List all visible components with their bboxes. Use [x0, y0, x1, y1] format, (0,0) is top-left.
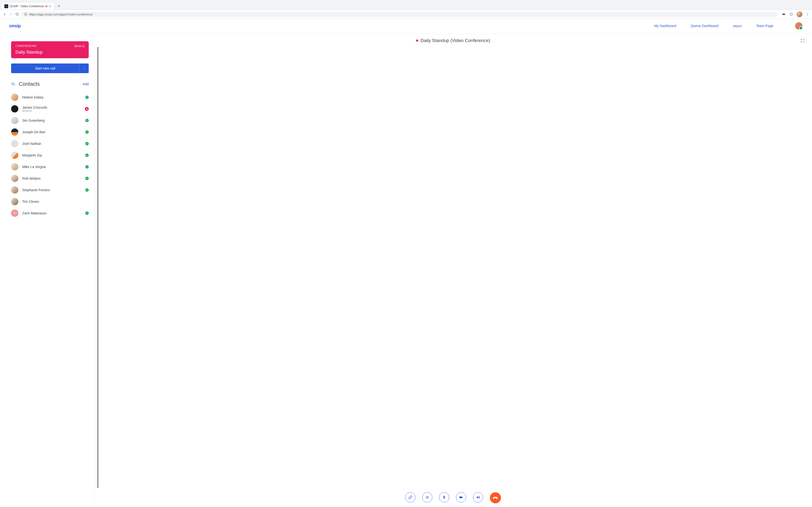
- lock-icon: [24, 13, 27, 16]
- contact-name: Rob Wolpov: [22, 176, 82, 180]
- contact-name: James Criscuolo: [22, 106, 81, 109]
- video-grid: [98, 47, 98, 488]
- nav-dashboard[interactable]: My Dashboard: [654, 24, 676, 28]
- add-contact-button[interactable]: Add: [83, 82, 89, 86]
- contact-row[interactable]: Helene Kidary: [11, 92, 89, 103]
- svg-rect-6: [428, 496, 428, 499]
- contact-name: Joseph De Bari: [22, 130, 82, 134]
- contact-avatar: [11, 128, 18, 136]
- mute-mic-button[interactable]: [439, 492, 449, 502]
- forward-button[interactable]: [9, 12, 13, 16]
- contact-info: Jim Greenberg: [22, 119, 82, 122]
- contact-avatar: [11, 117, 18, 124]
- contact-name: Margaret Joy: [22, 153, 82, 157]
- fullscreen-icon: [800, 38, 805, 43]
- contact-name: Stephanie Fornino: [22, 188, 82, 192]
- contact-avatar: [11, 210, 18, 217]
- contact-row[interactable]: Josh Nathan: [11, 138, 89, 150]
- bookmark-star-icon[interactable]: [789, 12, 793, 16]
- contact-avatar: [11, 175, 18, 182]
- contacts-header: Contacts Add: [11, 81, 89, 87]
- phone-icon: [492, 494, 499, 501]
- speaker-button[interactable]: [473, 492, 483, 502]
- contact-row[interactable]: Joseph De Bari: [11, 126, 89, 138]
- contact-info: Josh Nathan: [22, 142, 82, 146]
- camera-permission-icon[interactable]: [782, 12, 786, 16]
- contact-row[interactable]: Tim Cleves: [11, 196, 89, 207]
- conference-label: CONFERENCING: [15, 45, 84, 47]
- browser-tab[interactable]: □ OnSIP - Video Conference: [2, 3, 54, 10]
- url-bar: https://app.onsip.com/app/#/video-confer…: [0, 10, 812, 18]
- browser-chrome: □ OnSIP - Video Conference + https://app…: [0, 0, 812, 19]
- hangup-button[interactable]: [490, 492, 501, 503]
- svg-point-3: [807, 15, 808, 15]
- video-title: Daily Standup (Video Conference): [420, 38, 490, 43]
- status-available-icon: [85, 212, 89, 215]
- app-header: onsip My Dashboard Queue Dashboard sayso…: [0, 19, 812, 34]
- tab-bar: □ OnSIP - Video Conference +: [0, 0, 812, 10]
- main-content: Daily Standup (Video Conference): [94, 34, 812, 507]
- nav-sayso[interactable]: sayso: [733, 24, 742, 28]
- conference-timer: 00:02:21: [74, 45, 85, 48]
- sidebar: CONFERENCING 00:02:21 Daily Standup Star…: [0, 34, 94, 507]
- start-call-button[interactable]: Start new call: [11, 63, 79, 73]
- contact-row[interactable]: Mike La Vorgna: [11, 161, 89, 173]
- contact-avatar: [11, 152, 18, 159]
- contact-row[interactable]: Stephanie Fornino: [11, 184, 89, 196]
- svg-rect-0: [782, 13, 784, 15]
- svg-rect-7: [444, 496, 445, 498]
- contact-avatar: [11, 94, 18, 101]
- nav-team[interactable]: Team Page: [756, 24, 773, 28]
- toggle-video-button[interactable]: [456, 492, 466, 502]
- active-conference-card[interactable]: CONFERENCING 00:02:21 Daily Standup: [11, 41, 89, 58]
- contact-name: Zach Matarasso: [22, 211, 82, 215]
- contact-avatar: [11, 140, 18, 147]
- svg-rect-8: [459, 496, 462, 498]
- chrome-menu-icon[interactable]: [806, 12, 810, 16]
- contact-row[interactable]: Rob Wolpov: [11, 173, 89, 184]
- user-avatar[interactable]: [795, 22, 802, 30]
- conference-title: Daily Standup: [15, 50, 84, 55]
- contact-row[interactable]: Jim Greenberg: [11, 115, 89, 126]
- svg-point-4: [12, 82, 14, 85]
- svg-rect-5: [426, 496, 427, 499]
- contact-avatar: [11, 186, 18, 193]
- start-call-dropdown[interactable]: [79, 63, 89, 73]
- contact-info: Zach Matarasso: [22, 211, 82, 215]
- contact-name: Tim Cleves: [22, 200, 89, 204]
- contact-avatar: [11, 105, 18, 113]
- pause-button[interactable]: [422, 492, 433, 502]
- chrome-profile-avatar[interactable]: [797, 11, 802, 17]
- contact-name: Josh Nathan: [22, 142, 82, 146]
- contact-name: Jim Greenberg: [22, 119, 82, 122]
- status-available-icon: [85, 142, 89, 145]
- tab-title: OnSIP - Video Conference: [10, 5, 44, 8]
- contact-info: Joseph De Bari: [22, 130, 82, 134]
- reload-button[interactable]: [15, 12, 19, 16]
- contacts-title: Contacts: [19, 81, 40, 87]
- nav-queue[interactable]: Queue Dashboard: [691, 24, 718, 28]
- close-tab-icon[interactable]: [49, 5, 51, 7]
- contact-row[interactable]: Margaret Joy: [11, 150, 89, 161]
- address-bar[interactable]: https://app.onsip.com/app/#/video-confer…: [21, 12, 778, 17]
- microphone-icon: [442, 495, 446, 500]
- chevron-down-icon: [83, 67, 86, 70]
- status-available-icon: [85, 188, 89, 192]
- video-camera-icon: [459, 495, 463, 500]
- status-available-icon: [85, 154, 89, 157]
- fullscreen-button[interactable]: [800, 38, 805, 44]
- contact-row[interactable]: Zach Matarasso: [11, 207, 89, 219]
- contact-info: Mike La Vorgna: [22, 165, 82, 169]
- call-controls: [94, 488, 812, 507]
- copy-link-button[interactable]: [405, 492, 415, 502]
- pause-icon: [425, 495, 429, 500]
- search-icon[interactable]: [11, 82, 15, 86]
- logo[interactable]: onsip: [9, 23, 21, 29]
- back-button[interactable]: [2, 12, 7, 16]
- status-calling-icon: [85, 107, 89, 111]
- contact-row[interactable]: James Criscuolo00:00:10: [11, 103, 89, 115]
- header-nav: My Dashboard Queue Dashboard sayso Team …: [654, 22, 802, 30]
- contact-info: James Criscuolo00:00:10: [22, 106, 81, 112]
- new-tab-button[interactable]: +: [56, 3, 62, 10]
- contact-list: Helene KidaryJames Criscuolo00:00:10Jim …: [11, 92, 89, 219]
